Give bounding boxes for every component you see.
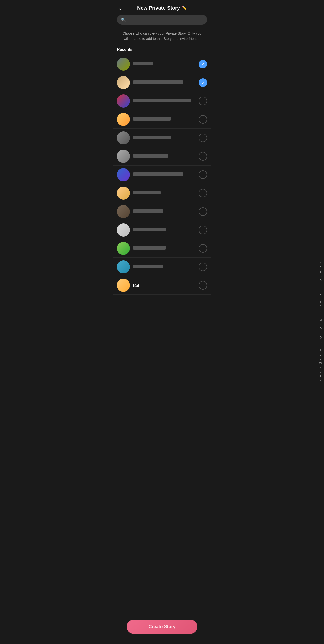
- contact-name-placeholder: [133, 246, 166, 250]
- contact-checkbox[interactable]: [199, 152, 207, 161]
- contact-info: [133, 117, 196, 122]
- contact-item[interactable]: [113, 221, 211, 239]
- contact-item[interactable]: ✓: [113, 73, 211, 92]
- contact-info: [133, 136, 196, 140]
- contact-name-placeholder: [133, 209, 163, 213]
- contact-name: Kat: [133, 283, 196, 288]
- contact-info: [133, 265, 196, 269]
- contact-checkbox[interactable]: [199, 134, 207, 142]
- contact-checkbox[interactable]: [199, 226, 207, 234]
- contact-item[interactable]: Kat: [113, 276, 211, 295]
- contact-item[interactable]: ✓: [113, 55, 211, 73]
- avatar: [117, 131, 130, 144]
- page-title: New Private Story ✏️: [137, 5, 187, 11]
- search-input-wrapper: 🔍: [117, 15, 207, 25]
- avatar: [117, 205, 130, 218]
- header: ⌄ New Private Story ✏️: [113, 0, 211, 15]
- create-story-button[interactable]: Create Story: [127, 620, 197, 634]
- contact-name-placeholder: [133, 99, 191, 102]
- description-text: Choose who can view your Private Story. …: [113, 29, 211, 47]
- contact-checkbox[interactable]: ✓: [199, 60, 207, 68]
- search-input[interactable]: [128, 18, 203, 22]
- avatar: [117, 260, 130, 273]
- contact-info: [133, 209, 196, 214]
- avatar: [117, 58, 130, 71]
- contact-name-placeholder: [133, 172, 183, 176]
- contact-checkbox[interactable]: [199, 207, 207, 216]
- avatar: [117, 76, 130, 89]
- contact-item[interactable]: [113, 129, 211, 147]
- contact-checkbox[interactable]: [199, 263, 207, 271]
- recents-label: Recents: [113, 47, 211, 55]
- avatar: [117, 113, 130, 126]
- contact-name-placeholder: [133, 117, 171, 121]
- contact-item[interactable]: [113, 258, 211, 276]
- contact-item[interactable]: [113, 184, 211, 202]
- contact-info: [133, 228, 196, 233]
- avatar: [117, 242, 130, 255]
- contact-item[interactable]: [113, 110, 211, 129]
- contact-info: [133, 172, 196, 177]
- back-button[interactable]: ⌄: [118, 5, 122, 11]
- avatar: [117, 279, 130, 292]
- contact-info: [133, 154, 196, 159]
- contact-name-placeholder: [133, 154, 168, 158]
- search-icon: 🔍: [121, 17, 126, 22]
- contact-item[interactable]: [113, 147, 211, 166]
- search-bar: 🔍: [113, 15, 211, 29]
- contact-name-placeholder: [133, 80, 183, 84]
- contact-name-placeholder: [133, 265, 163, 268]
- contact-checkbox[interactable]: [199, 97, 207, 105]
- edit-icon: ✏️: [182, 6, 187, 10]
- contact-info: [133, 62, 196, 67]
- contact-info: [133, 80, 196, 85]
- contact-name-placeholder: [133, 136, 171, 139]
- avatar: [117, 94, 130, 108]
- contact-checkbox[interactable]: ✓: [199, 78, 207, 87]
- avatar: [117, 223, 130, 237]
- contact-checkbox[interactable]: [199, 115, 207, 124]
- contact-checkbox[interactable]: [199, 244, 207, 253]
- contact-name-placeholder: [133, 228, 166, 231]
- contact-item[interactable]: [113, 92, 211, 110]
- contact-info: [133, 99, 196, 104]
- contact-info: [133, 191, 196, 196]
- avatar: [117, 187, 130, 200]
- contact-checkbox[interactable]: [199, 189, 207, 197]
- contact-item[interactable]: [113, 239, 211, 258]
- contact-checkbox[interactable]: [199, 170, 207, 179]
- avatar: [117, 168, 130, 181]
- contact-item[interactable]: [113, 166, 211, 184]
- contact-item[interactable]: [113, 202, 211, 221]
- avatar: [117, 150, 130, 163]
- contact-name-placeholder: [133, 191, 161, 194]
- contact-name-placeholder: [133, 62, 153, 65]
- contacts-list: ✓✓Kat: [113, 55, 211, 295]
- contact-checkbox[interactable]: [199, 281, 207, 290]
- contact-info: Kat: [133, 283, 196, 288]
- contact-info: [133, 246, 196, 251]
